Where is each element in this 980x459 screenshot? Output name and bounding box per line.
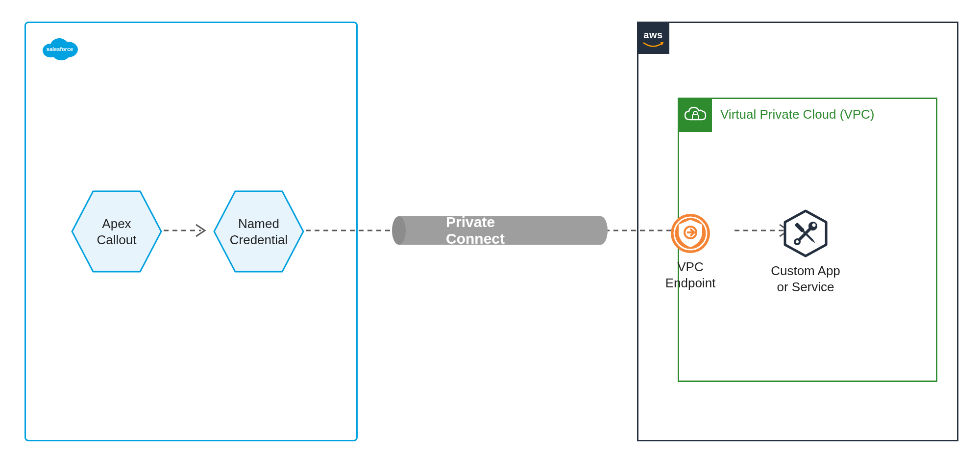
custom-app-node: Custom App or Service [761,209,850,295]
salesforce-logo-icon: salesforce [41,35,79,61]
svg-point-13 [594,216,608,245]
named-credential-label: Named Credential [230,216,288,248]
svg-rect-14 [692,115,698,120]
vpc-container: Virtual Private Cloud (VPC) VPC Endpoint [678,98,937,382]
salesforce-container: salesforce Apex Callout Named Credential [24,22,358,441]
vpc-title-label: Virtual Private Cloud (VPC) [720,107,875,122]
apex-callout-node: Apex Callout [70,185,163,278]
private-connect-label: Private Connect [446,214,554,247]
custom-app-label: Custom App or Service [761,263,850,295]
aws-container: aws Virtual Private Cloud (VPC) [637,22,958,441]
private-connect-pipe: Private Connect [392,216,608,245]
apex-callout-label: Apex Callout [97,216,137,248]
vpc-endpoint-node: VPC Endpoint [659,213,722,291]
vpc-endpoint-label: VPC Endpoint [659,259,722,291]
diagram-canvas: salesforce Apex Callout Named Credential [0,0,980,459]
named-credential-node: Named Credential [212,185,305,278]
aws-logo-icon: aws [637,22,669,54]
svg-point-12 [392,216,406,245]
svg-text:salesforce: salesforce [47,46,73,52]
vpc-cloud-lock-icon [678,98,712,132]
